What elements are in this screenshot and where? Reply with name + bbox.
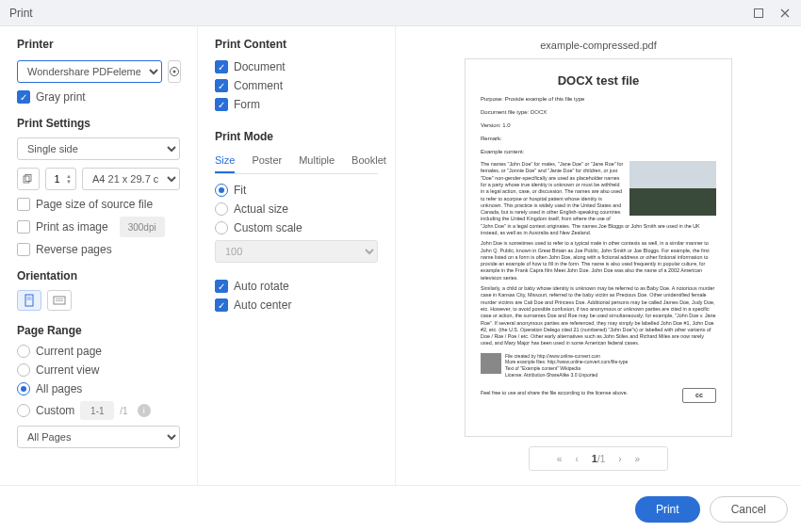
- credit-icon: [481, 353, 501, 374]
- printer-settings-button[interactable]: [168, 60, 181, 83]
- cc-badge: cc: [682, 388, 716, 403]
- print-content-title: Print Content: [215, 38, 378, 51]
- titlebar: Print: [0, 0, 801, 26]
- actual-size-radio[interactable]: Actual size: [215, 202, 378, 216]
- pager-first-icon[interactable]: «: [557, 454, 563, 464]
- printer-select[interactable]: Wondershare PDFelement: [17, 60, 162, 83]
- preview-image-placeholder: [629, 161, 716, 216]
- orientation-title: Orientation: [17, 269, 180, 282]
- svg-rect-3: [24, 176, 29, 183]
- preview-column: example-compressed.pdf DOCX test file Pu…: [396, 26, 801, 485]
- orientation-portrait[interactable]: [17, 290, 41, 311]
- form-checkbox[interactable]: Form: [215, 98, 378, 111]
- svg-point-2: [173, 71, 176, 73]
- scale-select: 100: [215, 240, 378, 263]
- pager-last-icon[interactable]: »: [635, 454, 641, 464]
- cancel-button[interactable]: Cancel: [710, 496, 788, 523]
- close-icon[interactable]: [778, 7, 792, 20]
- preview-page: DOCX test file Purpose: Provide example …: [465, 58, 732, 437]
- print-mode-tabs: Size Poster Multiple Booklet: [215, 151, 378, 174]
- print-button[interactable]: Print: [635, 496, 700, 523]
- duplex-select[interactable]: Single side: [17, 137, 180, 160]
- svg-rect-8: [54, 297, 65, 304]
- print-mode-title: Print Mode: [215, 130, 378, 143]
- page-range-dropdown[interactable]: All Pages: [17, 426, 180, 448]
- page-range-current-page[interactable]: Current page: [17, 345, 180, 358]
- pager-page: 1/1: [592, 453, 605, 464]
- pager-prev-icon[interactable]: ‹: [575, 454, 578, 464]
- svg-rect-0: [755, 8, 763, 17]
- page-size-source-checkbox[interactable]: Page size of source file: [17, 198, 180, 211]
- pager: « ‹ 1/1 › »: [529, 446, 668, 471]
- dpi-field: 300dpi: [120, 217, 165, 237]
- footer: Print Cancel: [0, 485, 801, 532]
- custom-scale-radio[interactable]: Custom scale: [215, 221, 378, 234]
- tab-booklet[interactable]: Booklet: [351, 151, 386, 173]
- tab-size[interactable]: Size: [215, 151, 235, 173]
- auto-rotate-checkbox[interactable]: Auto rotate: [215, 280, 378, 293]
- custom-range-input[interactable]: [80, 401, 114, 420]
- collate-icon[interactable]: [17, 168, 40, 190]
- pager-next-icon[interactable]: ›: [618, 454, 621, 464]
- page-range-all-pages[interactable]: All pages: [17, 382, 180, 395]
- copies-stepper[interactable]: ▲▼: [45, 168, 76, 190]
- fit-radio[interactable]: Fit: [215, 184, 378, 197]
- middle-column: Print Content Document Comment Form Prin…: [198, 26, 396, 485]
- comment-checkbox[interactable]: Comment: [215, 79, 378, 92]
- print-settings-title: Print Settings: [17, 117, 180, 130]
- page-range-current-view[interactable]: Current view: [17, 363, 180, 377]
- svg-rect-4: [25, 175, 31, 182]
- tab-multiple[interactable]: Multiple: [299, 151, 335, 173]
- preview-filename: example-compressed.pdf: [540, 40, 657, 51]
- maximize-icon[interactable]: [752, 7, 765, 20]
- doc-title: DOCX test file: [481, 73, 716, 89]
- svg-rect-5: [25, 295, 33, 306]
- print-as-image-checkbox[interactable]: Print as image300dpi: [17, 217, 180, 237]
- left-column: Printer Wondershare PDFelement Gray prin…: [0, 26, 198, 485]
- info-icon: i: [138, 404, 151, 417]
- document-checkbox[interactable]: Document: [215, 60, 378, 73]
- gray-print-checkbox[interactable]: Gray print: [17, 90, 180, 104]
- reverse-pages-checkbox[interactable]: Reverse pages: [17, 243, 180, 256]
- tab-poster[interactable]: Poster: [252, 151, 282, 173]
- printer-section-title: Printer: [17, 38, 180, 51]
- page-range-custom[interactable]: Custom /1 i: [17, 401, 180, 420]
- auto-center-checkbox[interactable]: Auto center: [215, 298, 378, 312]
- main-content: Printer Wondershare PDFelement Gray prin…: [0, 26, 801, 485]
- orientation-landscape[interactable]: [47, 290, 72, 311]
- window-controls: [752, 7, 792, 20]
- window-title: Print: [9, 7, 33, 20]
- page-range-title: Page Range: [17, 324, 180, 337]
- paper-size-select[interactable]: A4 21 x 29.7 cm: [82, 168, 180, 190]
